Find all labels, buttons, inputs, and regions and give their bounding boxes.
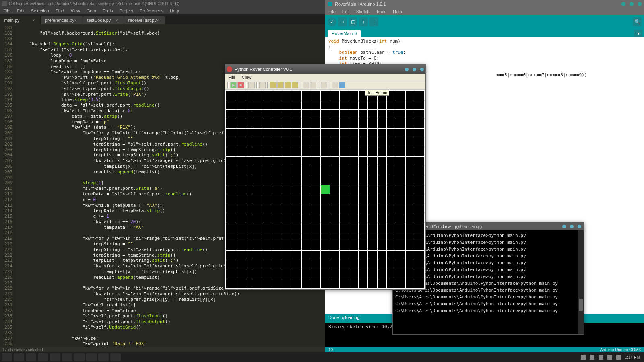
grid-cell[interactable] (396, 128, 405, 138)
grid-cell[interactable] (339, 156, 349, 166)
grid-cell[interactable] (368, 100, 377, 109)
grid-cell[interactable] (339, 147, 349, 156)
grid-cell[interactable] (330, 166, 339, 175)
grid-cell[interactable] (245, 175, 254, 185)
grid-cell[interactable] (292, 241, 301, 251)
grid-cell[interactable] (349, 222, 358, 232)
grid-cell[interactable] (339, 279, 349, 288)
grid-cell[interactable] (311, 109, 320, 119)
grid-cell[interactable] (330, 185, 339, 194)
grid-cell[interactable] (405, 213, 415, 222)
grid-cell[interactable] (358, 147, 367, 156)
tab-close-icon[interactable]: × (32, 18, 35, 23)
grid-cell[interactable] (330, 91, 339, 100)
grid-cell[interactable] (245, 232, 254, 241)
grid-cell[interactable] (349, 166, 358, 175)
grid-cell[interactable] (254, 279, 264, 288)
grid-cell[interactable] (330, 119, 339, 128)
print-icon[interactable] (310, 82, 316, 88)
grid-cell[interactable] (283, 100, 292, 109)
grid-cell[interactable] (283, 147, 292, 156)
grid-cell[interactable] (311, 213, 320, 222)
grid-cell[interactable] (405, 100, 415, 109)
grid-cell[interactable] (226, 260, 235, 269)
grid-cell[interactable] (245, 213, 254, 222)
grid-cell[interactable] (226, 232, 235, 241)
grid-cell[interactable] (311, 100, 320, 109)
grid-cell[interactable] (273, 241, 283, 251)
grid-cell[interactable] (320, 185, 330, 194)
grid-cell[interactable] (254, 204, 264, 213)
grid-cell[interactable] (358, 269, 367, 279)
grid-cell[interactable] (235, 100, 245, 109)
grid-cell[interactable] (264, 91, 273, 100)
grid-cell[interactable] (396, 279, 405, 288)
grid-cell[interactable] (396, 166, 405, 175)
grid-cell[interactable] (235, 175, 245, 185)
grid-cell[interactable] (377, 251, 386, 260)
grid-cell[interactable] (226, 156, 235, 166)
clock[interactable]: 1:14 PM (625, 355, 640, 360)
grid-cell[interactable] (339, 138, 349, 147)
grid-cell[interactable] (320, 147, 330, 156)
grid-cell[interactable] (358, 119, 367, 128)
grid-cell[interactable] (283, 241, 292, 251)
grid-cell[interactable] (226, 222, 235, 232)
grid-cell[interactable] (368, 109, 377, 119)
grid-cell[interactable] (386, 194, 396, 204)
taskbar-explorer[interactable] (14, 353, 24, 361)
grid-cell[interactable] (311, 260, 320, 269)
grid-cell[interactable] (320, 279, 330, 288)
grid-cell[interactable] (301, 91, 311, 100)
grid-cell[interactable] (311, 194, 320, 204)
grid-cell[interactable] (283, 128, 292, 138)
grid-cell[interactable] (245, 109, 254, 119)
grid-cell[interactable] (292, 109, 301, 119)
grid-cell[interactable] (292, 213, 301, 222)
grid-cell[interactable] (358, 260, 367, 269)
grid-cell[interactable] (245, 204, 254, 213)
grid-cell[interactable] (245, 166, 254, 175)
grid-cell[interactable] (301, 241, 311, 251)
grid-cell[interactable] (301, 251, 311, 260)
grid-cell[interactable] (311, 269, 320, 279)
grid-cell[interactable] (254, 100, 264, 109)
grid-cell[interactable] (320, 91, 330, 100)
grid-cell[interactable] (415, 260, 425, 269)
taskbar-term[interactable] (50, 353, 60, 361)
grid-cell[interactable] (273, 166, 283, 175)
grid-cell[interactable] (292, 194, 301, 204)
grid-cell[interactable] (283, 185, 292, 194)
grid-cell[interactable] (320, 232, 330, 241)
grid-cell[interactable] (292, 222, 301, 232)
grid-cell[interactable] (358, 232, 367, 241)
grid-cell[interactable] (377, 269, 386, 279)
grid-cell[interactable] (301, 232, 311, 241)
grid-cell[interactable] (320, 166, 330, 175)
grid-cell[interactable] (273, 204, 283, 213)
grid-cell[interactable] (301, 100, 311, 109)
grid-cell[interactable] (330, 222, 339, 232)
grid-cell[interactable] (339, 269, 349, 279)
grid-cell[interactable] (330, 232, 339, 241)
grid-cell[interactable] (283, 156, 292, 166)
grid-cell[interactable] (292, 119, 301, 128)
grid-cell[interactable] (339, 222, 349, 232)
grid-cell[interactable] (245, 128, 254, 138)
grid-cell[interactable] (358, 194, 367, 204)
close-icon[interactable] (578, 225, 581, 228)
grid-cell[interactable] (330, 204, 339, 213)
grid-cell[interactable] (245, 222, 254, 232)
grid-cell[interactable] (226, 100, 235, 109)
grid-cell[interactable] (358, 156, 367, 166)
grid-cell[interactable] (396, 119, 405, 128)
grid-cell[interactable] (235, 138, 245, 147)
grid-cell[interactable] (330, 279, 339, 288)
grid-cell[interactable] (320, 260, 330, 269)
grid-cell[interactable] (358, 213, 367, 222)
taskbar-start[interactable] (2, 353, 12, 361)
grid-cell[interactable] (415, 194, 425, 204)
grid-cell[interactable] (320, 204, 330, 213)
grid-cell[interactable] (415, 100, 425, 109)
grid-cell[interactable] (254, 269, 264, 279)
